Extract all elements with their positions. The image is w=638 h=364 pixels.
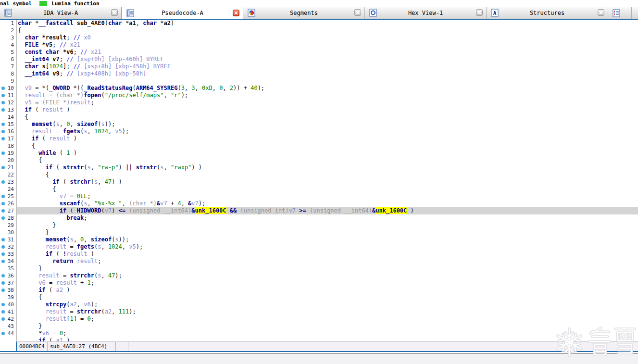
code-text[interactable]: *v6 = 0;: [16, 330, 638, 337]
code-line[interactable]: 16 result = fgets(s, 1024, v5);: [0, 128, 638, 135]
code-text[interactable]: result = strrchr(a2, 111);: [16, 308, 638, 315]
code-text[interactable]: if ( strchr(s, 47) ): [16, 178, 638, 186]
code-line[interactable]: 4 FILE *v5; // x21: [0, 41, 638, 49]
tab-structures[interactable]: AStructures: [487, 7, 608, 19]
code-text[interactable]: __int64 v9; // [xsp+408h] [xbp-58h]: [16, 70, 638, 77]
code-text[interactable]: return result;: [16, 258, 638, 265]
code-line[interactable]: 37 v6 = result + 1;: [0, 279, 638, 287]
code-line[interactable]: 29 }: [0, 222, 638, 229]
code-text[interactable]: {: [16, 142, 638, 150]
code-text[interactable]: {: [16, 27, 638, 34]
code-line[interactable]: 36 result = strrchr(s, 47);: [0, 272, 638, 279]
code-line[interactable]: 14 {: [0, 113, 638, 121]
code-text[interactable]: if ( result ): [16, 106, 638, 113]
tab-pseudocode-a[interactable]: Pseudocode-A: [122, 7, 243, 19]
code-line[interactable]: 35 }: [0, 265, 638, 272]
code-line[interactable]: 11 result = (char *)fopen("/proc/self/ma…: [0, 92, 638, 99]
code-line[interactable]: 13 if ( result ): [0, 106, 638, 113]
code-text[interactable]: memset(s, 0, sizeof(s));: [16, 236, 638, 243]
code-line[interactable]: 6 __int64 v7; // [xsp+0h] [xbp-460h] BYR…: [0, 56, 638, 63]
code-line[interactable]: 41 result = strrchr(a2, 111);: [0, 308, 638, 315]
code-line[interactable]: 26 sscanf(s, "%x-%x ", (char *)&v7 + 4, …: [0, 200, 638, 207]
code-line[interactable]: 24 {: [0, 186, 638, 193]
code-line[interactable]: 19 while ( 1 ): [0, 150, 638, 157]
code-line[interactable]: 28 break;: [0, 214, 638, 222]
code-line[interactable]: 12 v5 = (FILE *)result;: [0, 99, 638, 106]
code-text[interactable]: if ( HIDWORD(v7) <= (unsigned __int64)&u…: [16, 207, 638, 214]
code-text[interactable]: sscanf(s, "%x-%x ", (char *)&v7 + 4, &v7…: [16, 200, 638, 207]
code-text[interactable]: result[1] = 0;: [16, 315, 638, 323]
code-text[interactable]: if ( !result ): [16, 251, 638, 258]
code-line[interactable]: 27 if ( HIDWORD(v7) <= (unsigned __int64…: [0, 207, 638, 214]
code-line[interactable]: 20 {: [0, 157, 638, 164]
tab-close-button[interactable]: [598, 9, 604, 16]
code-text[interactable]: result = fgets(s, 1024, v5);: [16, 243, 638, 251]
tab-hex-view-1[interactable]: Hex View-1: [365, 7, 487, 19]
code-text[interactable]: if ( strstr(s, "rw-p") || strstr(s, "rwx…: [16, 164, 638, 171]
code-line[interactable]: 18 {: [0, 142, 638, 150]
code-text[interactable]: v5 = (FILE *)result;: [16, 99, 638, 106]
code-line[interactable]: 2{: [0, 27, 638, 34]
code-text[interactable]: {: [16, 157, 638, 164]
code-text[interactable]: strcpy(a2, v6);: [16, 301, 638, 308]
code-line[interactable]: 21 if ( strstr(s, "rw-p") || strstr(s, "…: [0, 164, 638, 171]
code-line[interactable]: 38 if ( a2 ): [0, 287, 638, 294]
code-line[interactable]: 9: [0, 77, 638, 85]
code-text[interactable]: __int64 v7; // [xsp+0h] [xbp-460h] BYREF: [16, 56, 638, 63]
code-text[interactable]: while ( 1 ): [16, 150, 638, 157]
code-text[interactable]: char *__fastcall sub_4AE0(char *a1, char…: [16, 20, 638, 27]
code-line[interactable]: 22 {: [0, 171, 638, 178]
code-line[interactable]: 23 if ( strchr(s, 47) ): [0, 178, 638, 186]
code-text[interactable]: v9 = *(_QWORD *)(_ReadStatusReg(ARM64_SY…: [16, 85, 638, 92]
code-text[interactable]: memset(s, 0, sizeof(s));: [16, 121, 638, 128]
code-text[interactable]: char *result; // x0: [16, 34, 638, 41]
tab-enums-partial[interactable]: [608, 7, 632, 19]
tab-close-button[interactable]: [354, 9, 361, 16]
code-line[interactable]: 31 memset(s, 0, sizeof(s));: [0, 236, 638, 243]
code-line[interactable]: 44 *v6 = 0;: [0, 330, 638, 337]
code-text[interactable]: result = strrchr(s, 47);: [16, 272, 638, 279]
code-text[interactable]: result = fgets(s, 1024, v5);: [16, 128, 638, 135]
tab-close-button[interactable]: [111, 9, 118, 16]
code-text[interactable]: {: [16, 186, 638, 193]
code-text[interactable]: }: [16, 222, 638, 229]
code-line[interactable]: 32 result = fgets(s, 1024, v5);: [0, 243, 638, 251]
tab-close-button[interactable]: [233, 10, 239, 16]
code-text[interactable]: result = (char *)fopen("/proc/self/maps"…: [16, 92, 638, 99]
code-line[interactable]: 7 char s[1024]; // [xsp+8h] [xbp-458h] B…: [0, 63, 638, 70]
code-text[interactable]: }: [16, 265, 638, 272]
code-line[interactable]: 5 const char *v6; // x21: [0, 49, 638, 56]
tab-segments[interactable]: Segments: [243, 7, 365, 19]
code-text[interactable]: break;: [16, 214, 638, 222]
code-text[interactable]: char s[1024]; // [xsp+8h] [xbp-458h] BYR…: [16, 63, 638, 70]
code-text[interactable]: const char *v6; // x21: [16, 49, 638, 56]
code-line[interactable]: 3 char *result; // x0: [0, 34, 638, 41]
code-text[interactable]: v6 = result + 1;: [16, 279, 638, 287]
code-line[interactable]: 10 v9 = *(_QWORD *)(_ReadStatusReg(ARM64…: [0, 85, 638, 92]
code-line[interactable]: 30 }: [0, 229, 638, 236]
code-line[interactable]: 43 }: [0, 323, 638, 330]
code-line[interactable]: 40 strcpy(a2, v6);: [0, 301, 638, 308]
code-text[interactable]: {: [16, 294, 638, 301]
code-line[interactable]: 17 if ( result ): [0, 135, 638, 142]
code-line[interactable]: 15 memset(s, 0, sizeof(s));: [0, 121, 638, 128]
code-text[interactable]: }: [16, 323, 638, 330]
code-text[interactable]: {: [16, 171, 638, 178]
code-line[interactable]: 39 {: [0, 294, 638, 301]
code-line[interactable]: 42 result[1] = 0;: [0, 315, 638, 323]
code-text[interactable]: if ( result ): [16, 135, 638, 142]
code-line[interactable]: 1char *__fastcall sub_4AE0(char *a1, cha…: [0, 20, 638, 27]
code-line[interactable]: 34 return result;: [0, 258, 638, 265]
code-text[interactable]: {: [16, 113, 638, 121]
code-line[interactable]: 33 if ( !result ): [0, 251, 638, 258]
code-text[interactable]: [16, 77, 638, 85]
code-text[interactable]: if ( a2 ): [16, 287, 638, 294]
tab-ida-view-a[interactable]: IDA View-A: [0, 7, 122, 19]
code-text[interactable]: FILE *v5; // x21: [16, 41, 638, 49]
code-text[interactable]: }: [16, 229, 638, 236]
pseudocode-view[interactable]: 1char *__fastcall sub_4AE0(char *a1, cha…: [0, 20, 638, 344]
code-line[interactable]: 8 __int64 v9; // [xsp+408h] [xbp-58h]: [0, 70, 638, 77]
code-line[interactable]: 25 v7 = 0LL;: [0, 193, 638, 200]
tab-close-button[interactable]: [476, 9, 483, 16]
code-text[interactable]: v7 = 0LL;: [16, 193, 638, 200]
